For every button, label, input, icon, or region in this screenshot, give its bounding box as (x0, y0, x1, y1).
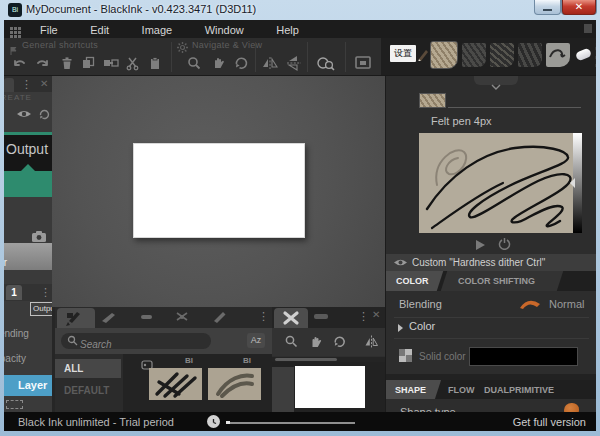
nav-zoom-icon[interactable] (284, 334, 299, 353)
layers-menu-icon[interactable]: ⋮ (40, 287, 51, 297)
preview-power-icon[interactable] (498, 236, 511, 254)
brush-preset-thumb[interactable] (546, 43, 570, 67)
solid-color-swatch[interactable] (469, 347, 578, 366)
brush-preset-thumb[interactable] (462, 43, 486, 67)
minimize-button[interactable] (534, 0, 561, 15)
search-box[interactable] (61, 333, 211, 349)
brush-preset-thumb[interactable] (518, 43, 542, 67)
tab-pen-icon[interactable] (210, 310, 230, 328)
output-node-block[interactable] (4, 171, 52, 197)
color-section-label[interactable]: Color (409, 320, 435, 332)
category-default[interactable]: DEFAULT (55, 381, 121, 400)
brush-chip[interactable] (419, 93, 446, 108)
sort-alpha-button[interactable]: Az (247, 333, 265, 348)
nav-flip-icon[interactable] (364, 334, 380, 353)
brush-thumb[interactable] (149, 368, 202, 400)
tab-smudge-icon[interactable] (99, 310, 119, 328)
panel-menu-icon[interactable]: ⋮ (21, 79, 32, 89)
refresh-icon[interactable] (38, 106, 51, 124)
navigator-close-icon[interactable]: ✕ (372, 309, 380, 320)
layer-thumbnail[interactable]: Layer (4, 243, 52, 270)
add-layer-button[interactable]: Layer (4, 375, 52, 396)
eye-icon[interactable] (16, 106, 32, 124)
output-node-base (4, 164, 52, 171)
brush-name-label: Felt pen 4px (431, 115, 492, 127)
output-node-title[interactable]: Output (4, 135, 52, 164)
search-input[interactable] (78, 338, 178, 351)
application-window: Bi MyDocument - BlackInk - v0.423.3471 (… (0, 0, 600, 436)
eraser-preset-thumb[interactable] (575, 48, 592, 62)
rotate-view-icon[interactable] (233, 55, 251, 73)
undo-icon[interactable] (12, 55, 30, 73)
tab-shape[interactable]: SHAPE (395, 385, 426, 395)
app-area: File Edit Image Window Help General shor… (4, 20, 596, 431)
get-full-version-link[interactable]: Get full version (513, 416, 586, 428)
brush-preset-thumb-selected[interactable] (430, 41, 458, 69)
tab-brushes[interactable] (57, 308, 95, 328)
color-section-chevron-icon[interactable] (398, 324, 403, 332)
canvas-workspace[interactable] (52, 76, 385, 307)
brush-preset-thumb[interactable] (490, 43, 514, 67)
node-arrow-icon (21, 164, 35, 171)
menu-window[interactable]: Window (191, 22, 258, 38)
redo-icon[interactable] (34, 55, 52, 73)
paste-icon[interactable] (147, 55, 165, 73)
output-box[interactable]: Output (30, 302, 52, 316)
brush-thumb[interactable] (208, 368, 261, 400)
settings-button[interactable]: 设置 (390, 45, 416, 62)
merge-icon[interactable] (102, 55, 120, 73)
toolbar-divider (171, 42, 172, 72)
layer-tab-1[interactable]: 1 (6, 285, 22, 300)
navigator-preview[interactable] (272, 362, 385, 412)
blending-value[interactable]: Normal (549, 298, 584, 310)
tab-color[interactable]: COLOR (396, 276, 429, 286)
tab-eraser-icon[interactable] (137, 310, 157, 328)
solid-color-checker-icon[interactable] (399, 349, 412, 362)
title-bar[interactable]: Bi MyDocument - BlackInk - v0.423.3471 (… (0, 0, 600, 20)
tab-flow[interactable]: FLOW (448, 385, 475, 395)
panel-tab[interactable] (4, 78, 14, 92)
pan-hand-icon[interactable] (210, 55, 228, 73)
menu-corner-icon[interactable] (584, 24, 592, 33)
flip-horizontal-icon[interactable] (262, 55, 280, 73)
menu-help[interactable]: Help (262, 22, 313, 38)
menu-image[interactable]: Image (128, 22, 187, 38)
flip-vertical-icon[interactable] (285, 55, 303, 73)
library-menu-icon[interactable]: ⋮ (258, 311, 269, 321)
canvas-document[interactable] (133, 143, 305, 238)
brush-settings-panel: Felt pen 4px Custom "Hardness dither Ctr… (385, 76, 596, 412)
nav-rotate-icon[interactable] (332, 334, 347, 353)
delete-icon[interactable] (59, 55, 77, 73)
general-shortcuts-label: General shortcuts (22, 40, 98, 50)
tab-color-shifting[interactable]: COLOR SHIFTING (458, 276, 535, 286)
menu-edit[interactable]: Edit (76, 22, 123, 38)
selection-icon[interactable] (6, 400, 23, 409)
collapse-handle[interactable] (474, 76, 518, 85)
zoom-icon[interactable] (186, 55, 204, 73)
navigator-menu-icon[interactable]: ⋮ (358, 311, 369, 321)
navigator-canvas-thumb[interactable] (295, 366, 365, 408)
navigate-view-label: Navigate & View (192, 40, 262, 50)
brush-preset-thumb[interactable] (595, 43, 596, 67)
category-all[interactable]: ALL (55, 359, 121, 378)
tab-dualprimitive[interactable]: DUALPRIMITIVE (484, 385, 554, 395)
blending-curve-icon[interactable] (518, 295, 542, 314)
custom-preset-row[interactable]: Custom "Hardness dither Ctrl" (386, 254, 596, 271)
stroke-preview[interactable] (419, 133, 582, 233)
tab-navigator[interactable] (274, 308, 308, 328)
tab-secondary-icon[interactable] (314, 314, 328, 319)
slider-arrow-icon[interactable] (570, 178, 575, 188)
cut-icon[interactable] (125, 55, 143, 73)
panel-close-icon[interactable]: ✕ (40, 78, 48, 89)
nav-pan-icon[interactable] (308, 334, 323, 353)
menu-file[interactable]: File (26, 22, 72, 38)
shape-type-blob-icon[interactable] (564, 403, 579, 412)
duplicate-icon[interactable] (80, 55, 98, 73)
preview-play-icon[interactable] (474, 237, 486, 255)
tab-fx-icon[interactable] (173, 310, 193, 328)
fit-screen-icon[interactable] (354, 55, 372, 73)
toolbar-divider (345, 42, 346, 72)
brush-pen-icon[interactable] (417, 47, 429, 65)
zoom-reset-icon[interactable] (315, 55, 339, 73)
close-button[interactable]: ✕ (562, 0, 596, 15)
